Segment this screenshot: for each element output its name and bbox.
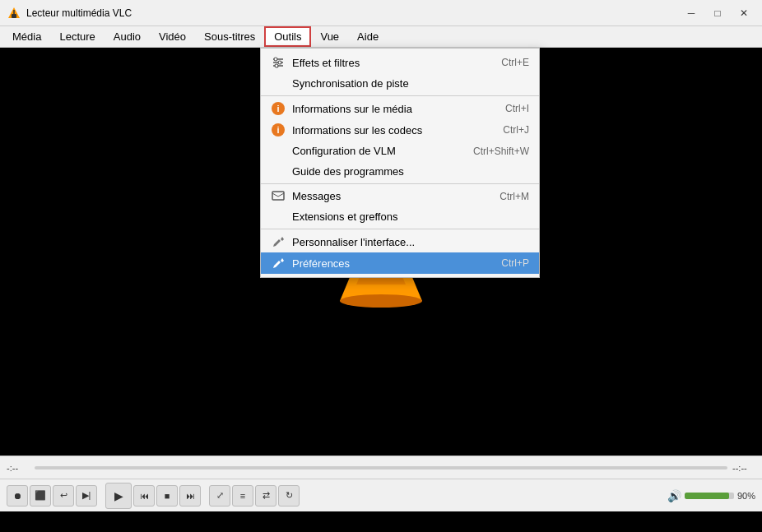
volume-bar[interactable] xyxy=(685,493,734,499)
time-right: --:-- xyxy=(732,463,755,473)
svg-rect-1 xyxy=(12,14,16,18)
extended-button[interactable]: ⤢ xyxy=(209,485,230,507)
sliders-icon xyxy=(271,56,286,69)
extensions-label: Extensions et greffons xyxy=(292,210,529,223)
svg-point-5 xyxy=(340,294,422,308)
menu-effects-filters[interactable]: Effets et filtres Ctrl+E xyxy=(261,52,539,73)
next-button[interactable]: ⏭ xyxy=(179,485,201,507)
next-frame-button[interactable]: ▶| xyxy=(76,485,97,507)
svg-rect-13 xyxy=(272,192,284,200)
menu-media[interactable]: Média xyxy=(3,27,50,46)
info-media-icon: i xyxy=(271,102,286,115)
svg-point-12 xyxy=(275,64,278,67)
equalizer-button[interactable]: ≡ xyxy=(232,485,253,507)
maximize-button[interactable]: □ xyxy=(706,4,729,22)
menu-customize[interactable]: Personnaliser l'interface... xyxy=(261,231,539,252)
menu-subtitles[interactable]: Sous-titres xyxy=(195,27,264,46)
guide-label: Guide des programmes xyxy=(292,165,529,178)
svg-line-14 xyxy=(272,193,278,197)
separator-1 xyxy=(261,95,539,96)
window-controls: ─ □ ✕ xyxy=(680,4,755,22)
vlc-title-icon xyxy=(7,6,21,21)
main-content: Effets et filtres Ctrl+E Synchronisation… xyxy=(0,48,762,456)
menu-vlm[interactable]: Configuration de VLM Ctrl+Shift+W xyxy=(261,141,539,161)
record-button[interactable]: ⏺ xyxy=(7,485,28,507)
controls-bar: ⏺ ⬛ ↩ ▶| ▶ ⏮ ■ ⏭ ⤢ ≡ ⇄ ↻ 🔊 90% xyxy=(0,479,762,511)
menu-guide[interactable]: Guide des programmes xyxy=(261,161,539,182)
vlm-label: Configuration de VLM xyxy=(292,145,457,157)
play-button[interactable]: ▶ xyxy=(105,483,132,509)
volume-label: 90% xyxy=(737,491,755,501)
app-title: Lecteur multimédia VLC xyxy=(26,7,680,19)
messages-label: Messages xyxy=(292,190,483,202)
menu-extensions[interactable]: Extensions et greffons xyxy=(261,206,539,227)
preferences-label: Préférences xyxy=(292,257,485,270)
titlebar: Lecteur multimédia VLC ─ □ ✕ xyxy=(0,0,762,26)
preferences-icon xyxy=(271,257,286,270)
loop-button[interactable]: ↩ xyxy=(53,485,74,507)
menu-messages[interactable]: Messages Ctrl+M xyxy=(261,186,539,206)
effects-filters-label: Effets et filtres xyxy=(292,57,485,69)
volume-icon: 🔊 xyxy=(667,489,681,502)
menu-vue[interactable]: Vue xyxy=(311,27,348,46)
menu-aide[interactable]: Aide xyxy=(348,27,388,46)
media-info-shortcut: Ctrl+I xyxy=(505,103,529,114)
separator-3 xyxy=(261,229,539,229)
seekbar-area: -:-- --:-- xyxy=(0,456,762,479)
menu-media-info[interactable]: i Informations sur le média Ctrl+I xyxy=(261,98,539,119)
codec-info-shortcut: Ctrl+J xyxy=(503,124,529,136)
preferences-shortcut: Ctrl+P xyxy=(501,257,529,269)
menu-preferences[interactable]: Préférences Ctrl+P xyxy=(261,252,539,274)
codec-info-label: Informations sur les codecs xyxy=(292,124,486,136)
menu-codec-info[interactable]: i Informations sur les codecs Ctrl+J xyxy=(261,119,539,141)
media-info-label: Informations sur le média xyxy=(292,103,489,115)
prev-button[interactable]: ⏮ xyxy=(133,485,155,507)
menu-sync[interactable]: Synchronisation de piste xyxy=(261,73,539,94)
minimize-button[interactable]: ─ xyxy=(680,4,703,22)
snapshot-button[interactable]: ⬛ xyxy=(30,485,51,507)
messages-shortcut: Ctrl+M xyxy=(499,191,529,202)
seekbar[interactable] xyxy=(35,466,727,470)
effects-filters-shortcut: Ctrl+E xyxy=(501,57,529,68)
menubar: Média Lecture Audio Vidéo Sous-titres Ou… xyxy=(0,26,762,48)
menu-outils[interactable]: Outils xyxy=(264,26,311,47)
sync-label: Synchronisation de piste xyxy=(292,77,529,90)
customize-label: Personnaliser l'interface... xyxy=(292,236,529,248)
volume-area: 🔊 90% xyxy=(667,489,755,502)
close-button[interactable]: ✕ xyxy=(732,4,755,22)
stop-button[interactable]: ■ xyxy=(156,485,178,507)
time-left: -:-- xyxy=(7,463,30,473)
svg-point-10 xyxy=(274,58,277,61)
svg-point-11 xyxy=(278,61,281,64)
customize-icon xyxy=(271,235,286,248)
volume-fill xyxy=(685,493,729,499)
info-codec-icon: i xyxy=(271,123,286,136)
vlm-shortcut: Ctrl+Shift+W xyxy=(473,146,529,157)
separator-2 xyxy=(261,183,539,184)
menu-video[interactable]: Vidéo xyxy=(150,27,195,46)
outils-dropdown: Effets et filtres Ctrl+E Synchronisation… xyxy=(260,48,540,278)
shuffle-button[interactable]: ⇄ xyxy=(255,485,276,507)
messages-icon xyxy=(271,191,286,201)
menu-audio[interactable]: Audio xyxy=(105,27,150,46)
menu-lecture[interactable]: Lecture xyxy=(50,27,104,46)
svg-line-15 xyxy=(278,193,284,197)
loop2-button[interactable]: ↻ xyxy=(278,485,300,507)
